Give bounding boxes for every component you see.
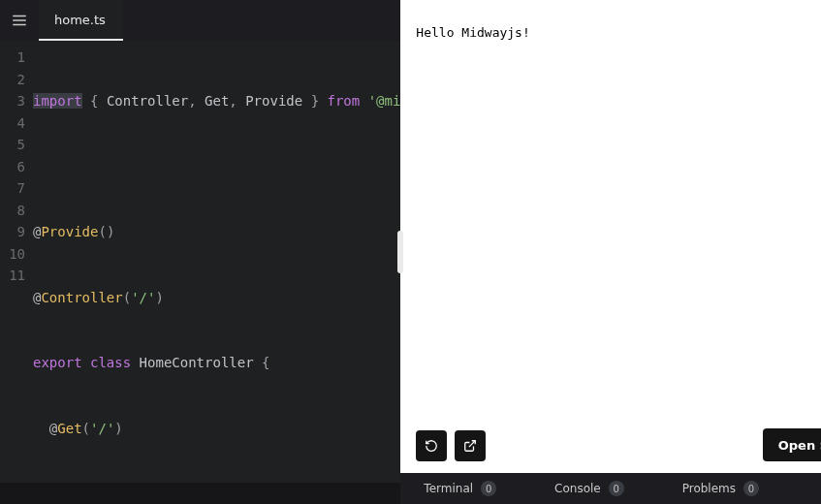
tab-terminal-label: Terminal bbox=[424, 482, 473, 495]
tab-console-count: 0 bbox=[609, 481, 624, 496]
editor-header: home.ts bbox=[0, 0, 400, 41]
svg-line-3 bbox=[469, 441, 475, 447]
tab-problems-label: Problems bbox=[682, 482, 736, 495]
tab-home-ts[interactable]: home.ts bbox=[39, 0, 123, 41]
tab-terminal-count: 0 bbox=[481, 481, 496, 496]
tab-console[interactable]: Console 0 bbox=[554, 481, 624, 496]
preview-panel: Hello Midwayjs! Open Sandbox Terminal 0 … bbox=[400, 0, 821, 504]
tab-console-label: Console bbox=[554, 482, 601, 495]
tab-label: home.ts bbox=[54, 13, 106, 27]
preview-body: Hello Midwayjs! bbox=[400, 0, 821, 473]
bottom-tabs: Terminal 0 Console 0 Problems 0 bbox=[400, 473, 821, 504]
open-sandbox-label: Open Sandbox bbox=[778, 438, 821, 453]
status-bar bbox=[0, 483, 400, 504]
open-new-window-button[interactable] bbox=[455, 430, 486, 461]
panel-resize-handle[interactable] bbox=[397, 231, 403, 273]
code-body[interactable]: import { Controller, Get, Provide } from… bbox=[33, 47, 400, 504]
open-sandbox-button[interactable]: Open Sandbox bbox=[763, 428, 821, 461]
tab-problems[interactable]: Problems 0 bbox=[682, 481, 759, 496]
line-gutter: 123 456 789 1011 bbox=[0, 47, 33, 504]
refresh-button[interactable] bbox=[416, 430, 447, 461]
menu-icon[interactable] bbox=[0, 0, 39, 41]
code-area[interactable]: 123 456 789 1011 import { Controller, Ge… bbox=[0, 41, 400, 504]
editor-panel: home.ts 123 456 789 1011 import { Contro… bbox=[0, 0, 400, 504]
tab-terminal[interactable]: Terminal 0 bbox=[424, 481, 496, 496]
preview-output: Hello Midwayjs! bbox=[416, 25, 529, 40]
tab-problems-count: 0 bbox=[743, 481, 759, 496]
